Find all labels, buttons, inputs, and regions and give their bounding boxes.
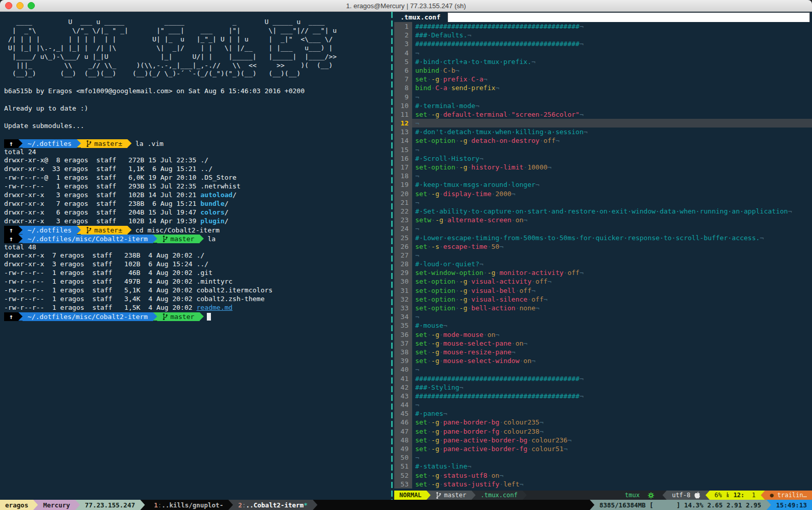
text-token: on <box>487 331 496 338</box>
code-text: ¬ <box>412 312 812 321</box>
iterm-window: 1. eragos@Mercury | 77.23.155.247 (sh) _… <box>0 0 812 510</box>
vim-line-27: 27¬ <box>394 251 812 260</box>
tmux-pane-border[interactable] <box>391 12 393 500</box>
powerline-arrow-icon <box>153 235 157 243</box>
text-token: set <box>415 418 427 426</box>
sp <box>145 500 149 510</box>
text-token: bind <box>415 84 431 92</box>
code-text: set·-g·mode-mouse·on¬ <box>412 330 812 339</box>
segment-label: ~/.dotfiles <box>28 140 72 147</box>
code-text: ¬ <box>412 251 812 260</box>
text-token: · <box>527 445 531 453</box>
text-token: set <box>415 331 427 338</box>
text-token: · <box>467 304 472 312</box>
terminal[interactable]: ____ U ___ u _____ _____ _ U _____ u ___… <box>0 12 812 510</box>
text-token: -g <box>431 75 439 83</box>
text-token: set <box>415 428 427 435</box>
shell-pane[interactable]: ____ U ___ u _____ _____ _ U _____ u ___… <box>0 12 395 500</box>
text-token: ¬ <box>499 472 503 479</box>
text-token: none <box>520 304 536 312</box>
text-token: ¬ <box>496 331 500 338</box>
vim-line-14: 14set-option·-g·detach-on-destroy·off¬ <box>394 136 812 145</box>
line-number: 24 <box>394 224 412 233</box>
text-token: ¬ <box>520 480 524 488</box>
tmux-window-2-active[interactable]: 2:..Cobalt2-iterm* <box>233 500 312 510</box>
vim-line-51: 51#·status·line¬ <box>394 462 812 471</box>
line-number: 50 <box>394 453 412 462</box>
code-text: ¬ <box>412 145 812 154</box>
text-token: ¬ <box>580 23 584 30</box>
git-commit-line: b6a515b by Eragos <mfo1009@googlemail.co… <box>4 87 395 96</box>
text-token: left <box>503 480 519 488</box>
text-token: "screen-256color" <box>511 111 580 118</box>
text-token: set <box>415 472 427 479</box>
text-token: · <box>455 287 459 294</box>
close-button[interactable] <box>5 2 12 9</box>
vim-line-28: 28#·loud·or·quiet?¬ <box>394 260 812 268</box>
text-token: · <box>467 287 472 294</box>
tmux-memory-load: 8385/16384MB [ ] 14.3% 2.65 2.91 2.95 <box>594 500 766 510</box>
code-text: set·-g·pane-active-border-fg·colour51¬ <box>412 444 812 453</box>
segment-label: master± <box>94 140 122 147</box>
text-token: · <box>439 243 443 250</box>
zoom-button[interactable] <box>28 2 35 9</box>
vim-pane[interactable]: .tmux.conf 1############################… <box>394 12 812 500</box>
code-text: ¬ <box>412 49 812 57</box>
segment-label <box>730 492 733 499</box>
terminal-line: drwxr-xr-x 3 eragos staff 102B 6 Aug 15:… <box>4 260 395 269</box>
line-number: 33 <box>394 304 412 312</box>
text-token: · <box>455 137 459 144</box>
text-token: -rw-r--r-- 1 eragos staff 46B 4 Aug 20:0… <box>4 269 212 277</box>
prompt-arrow-segment: ↑ <box>4 226 18 235</box>
terminal-line: -rw-r--r--@ 1 eragos staff 6,0K 19 Apr 2… <box>4 174 395 182</box>
vim-line-3: 3#######################################… <box>394 39 812 48</box>
segment-label: : <box>158 501 162 509</box>
segment-label: 1 <box>154 501 158 509</box>
text-token: #·bind·ctrl+a·to·tmux·prefix. <box>415 58 531 66</box>
shell-prompt-3: ↑~/.dotfiles/misc/Cobalt2-itermmaster la <box>4 235 395 243</box>
title-bar[interactable]: 1. eragos@Mercury | 77.23.155.247 (sh) <box>0 0 812 12</box>
text-token: ¬ <box>415 454 419 461</box>
text-token: -g <box>431 480 439 488</box>
text-token: -rw-r--r-- 1 eragos staff 3,4K 4 Aug 20:… <box>4 295 265 303</box>
tmux-window-1[interactable]: 1:..kills/gnuplot- <box>149 500 228 510</box>
vim-line-53: 53set·-g·status-justify·left¬ <box>394 480 812 488</box>
terminal-line: drwxr-xr-x 6 eragos staff 204B 15 Jul 19… <box>4 208 395 217</box>
code-text: ###·Defaults.¬ <box>412 31 812 39</box>
segment-label: trailin… <box>777 492 807 499</box>
code-text: #·Scroll·History¬ <box>412 154 812 163</box>
line-number: 37 <box>394 339 412 348</box>
terminal-line: drwxr-xr-x 7 eragos staff 238B 6 Aug 15:… <box>4 200 395 208</box>
line-number: 44 <box>394 400 412 409</box>
line-number: 10 <box>394 101 412 110</box>
vim-line-20: 20set·-g·display-time·2000¬ <box>394 189 812 198</box>
text-token: drwxr-xr-x 7 eragos staff 238B 6 Aug 15:… <box>4 200 201 207</box>
powerline-arrow-icon <box>523 491 527 500</box>
line-number: 46 <box>394 418 412 427</box>
line-number: 47 <box>394 427 412 436</box>
text-token: -g <box>459 304 467 312</box>
text-token: autoload <box>201 191 233 199</box>
text-token: · <box>439 445 443 453</box>
text-token: set <box>415 480 427 488</box>
text-token: ¬ <box>547 163 551 171</box>
text-token: set-option <box>415 304 455 312</box>
text-token: #·mouse <box>415 322 443 329</box>
text-token: -g <box>459 137 467 144</box>
powerline-arrow-icon <box>18 226 23 234</box>
vim-line-10: 10#·terminal·mode¬ <box>394 101 812 110</box>
text-token: · <box>439 436 443 444</box>
line-number: 49 <box>394 444 412 453</box>
text-token: -rw-r--r-- 1 eragos staff 1,5K 4 Aug 20:… <box>4 304 197 311</box>
text-token: · <box>507 111 511 118</box>
vim-mode-segment: NORMAL <box>394 491 426 500</box>
text-token: 50 <box>492 243 500 250</box>
vim-buffer[interactable]: 1#######################################… <box>394 22 812 491</box>
text-token: off <box>520 287 531 294</box>
text-token: ###·Styling <box>415 384 459 391</box>
code-text: #·panes¬ <box>412 409 812 418</box>
vim-tab-tmux-conf[interactable]: .tmux.conf <box>394 12 447 22</box>
text-token: ¬ <box>443 322 447 329</box>
minimize-button[interactable] <box>16 2 24 9</box>
code-text: set·-g·default-terminal·"screen-256color… <box>412 110 812 119</box>
